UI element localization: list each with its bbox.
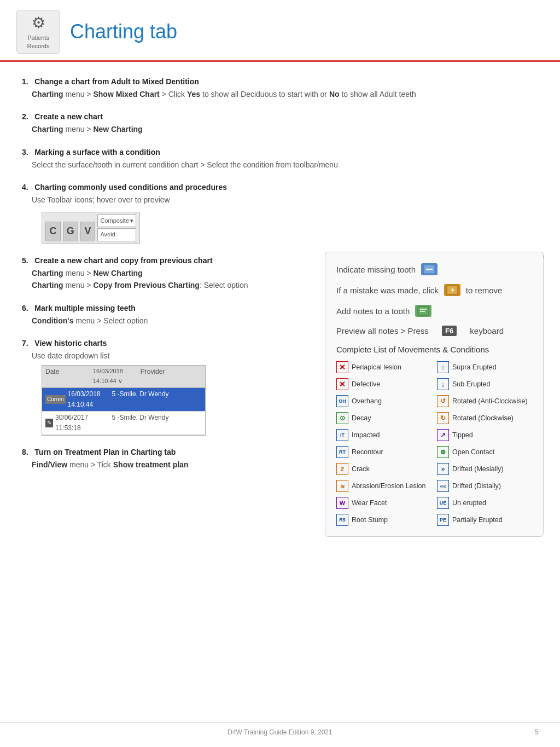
missing-tooth-label: Indicate missing tooth: [336, 265, 416, 274]
cond-icon-sub: ↓: [437, 378, 449, 390]
cond-periapical: ✕ Periapical lesion: [336, 360, 431, 375]
row2-provider: 5 -Smile, Dr Wendy: [109, 412, 205, 435]
charting-menu-2: Charting: [32, 125, 63, 134]
composite-label: Composite: [100, 216, 129, 226]
notes-row: Add notes to a tooth: [336, 305, 532, 317]
list-item-4-body: Use Toolbar icons; hover over to preview…: [22, 194, 538, 244]
list-item-1-number: 1.: [22, 77, 28, 86]
cond-abrasion: ≋ Abrasion/Erosion Lesion: [336, 478, 431, 494]
cond-label-drifted-d: Drifted (Distally): [452, 482, 501, 490]
cond-defective: ✕ Defective: [336, 377, 431, 392]
mistake-icon: ✦: [444, 284, 460, 296]
cond-icon-drifted-m: »: [437, 463, 449, 475]
notes-label: Add notes to a tooth: [336, 306, 410, 316]
date-table-header: Date 16/03/2018 14:10:44 ∨ Provider: [42, 366, 205, 387]
mistake-label: If a mistake was made, click: [336, 286, 439, 295]
cond-root-stump: R5 Root Stump: [336, 512, 431, 528]
list-item-3-header: 3. Marking a surface with a condition: [22, 148, 538, 157]
cond-icon-open-contact: ⊕: [437, 446, 449, 458]
list-item-2-body: Charting menu > New Charting: [22, 123, 538, 135]
cond-label-wear-facet: Wear Facet: [352, 499, 387, 507]
cond-drifted-m: » Drifted (Mesially): [437, 461, 532, 477]
cond-drifted-d: «« Drifted (Distally): [437, 478, 532, 494]
new-charting-link: New Charting: [93, 125, 142, 134]
cond-label-open-contact: Open Contact: [452, 448, 494, 456]
list-item-1-body: Charting menu > Show Mixed Chart > Click…: [22, 88, 538, 100]
charting-menu-5b: Charting: [32, 281, 63, 289]
list-item-4-header: 4. Charting commonly used conditions and…: [22, 183, 538, 192]
list-item-7-heading: View historic charts: [34, 339, 107, 348]
cond-label-crack: Crack: [352, 465, 370, 473]
cond-label-drifted-m: Drifted (Mesially): [452, 465, 504, 473]
cond-overhang: OH Overhang: [336, 393, 431, 409]
cond-label-root-stump: Root Stump: [352, 516, 388, 524]
list-item-4: 4. Charting commonly used conditions and…: [22, 183, 538, 244]
cond-icon-wear-facet: W: [336, 497, 348, 509]
dropdown-arrow: ▾: [130, 216, 133, 226]
cond-icon-un-erupted: UE: [437, 497, 449, 509]
list-item-4-number: 4.: [22, 183, 28, 192]
keyboard-label: keyboard: [470, 326, 504, 335]
cond-icon-overhang: OH: [336, 395, 348, 407]
list-item-3-number: 3.: [22, 148, 28, 157]
cond-un-erupted: UE Un erupted: [437, 495, 532, 511]
cond-icon-defective: ✕: [336, 378, 348, 390]
col-date: Date: [42, 366, 90, 387]
notes-icon: [415, 305, 431, 317]
find-view-menu: Find/View: [32, 460, 67, 469]
logo-box: ⚙ Patients Records: [16, 10, 60, 54]
table-row-1[interactable]: Curren 16/03/2018 14:10:44 5 -Smile, Dr …: [42, 388, 205, 412]
copy-previous-charting: Copy from Previous Charting: [93, 281, 199, 289]
cond-icon-drifted-d: ««: [437, 480, 449, 492]
list-item-1: 1. Change a chart from Adult to Mixed De…: [22, 77, 538, 100]
list-item-3: 3. Marking a surface with a condition Se…: [22, 148, 538, 171]
right-panel: Indicate missing tooth If a mistake was …: [325, 252, 544, 537]
conditions-title: Complete List of Movements & Conditions: [336, 345, 532, 354]
cond-icon-decay: ⊙: [336, 412, 348, 424]
list-item-3-heading: Marking a surface with a condition: [34, 148, 160, 157]
table-row-2[interactable]: ✎ 30/06/2017 11:53:18 5 -Smile, Dr Wendy: [42, 412, 205, 435]
toolbar-dropdown-composite[interactable]: Composite ▾: [97, 215, 136, 228]
toolbar-dropdown-avoid[interactable]: Avoid: [97, 228, 136, 241]
cond-tipped: ↗ Tipped: [437, 427, 532, 443]
list-item-2-number: 2.: [22, 112, 28, 121]
list-item-8-heading: Turn on Treatment Plan in Charting tab: [34, 448, 176, 456]
charting-menu-1: Charting: [32, 90, 63, 99]
row2-date: 30/06/2017 11:53:18: [55, 413, 106, 433]
show-mixed-chart-link: Show Mixed Chart: [93, 90, 159, 99]
cond-decay: ⊙ Decay: [336, 410, 431, 426]
list-item-2: 2. Create a new chart Charting menu > Ne…: [22, 112, 538, 135]
svg-text:✦: ✦: [450, 287, 454, 293]
page-title: Charting tab: [70, 20, 177, 43]
current-badge: Curren: [45, 395, 66, 404]
cond-label-defective: Defective: [352, 380, 380, 388]
no-option: No: [329, 90, 340, 99]
yes-option: Yes: [187, 90, 200, 99]
cond-label-impacted: Impacted: [352, 431, 380, 439]
missing-tooth-row: Indicate missing tooth: [336, 263, 532, 275]
list-item-2-header: 2. Create a new chart: [22, 112, 538, 121]
cond-label-tipped: Tipped: [452, 431, 473, 439]
toolbar-icon-g: G: [63, 222, 78, 241]
cond-open-contact: ⊕ Open Contact: [437, 444, 532, 460]
col-date-input[interactable]: 16/03/2018 14:10:44 ∨: [90, 366, 137, 387]
cond-label-partially-erupted: Partially Erupted: [452, 516, 503, 524]
cond-icon-root-stump: R5: [336, 514, 348, 526]
cond-label-sub: Sub Erupted: [452, 380, 491, 388]
cond-label-recontour: Recontour: [352, 448, 383, 456]
avoid-label: Avoid: [100, 230, 115, 240]
list-item-5-heading: Create a new chart and copy from previou…: [34, 256, 212, 265]
logo-text: Patients Records: [17, 34, 60, 50]
list-item-1-heading: Change a chart from Adult to Mixed Denti…: [34, 77, 199, 86]
f6-badge: F6: [442, 326, 457, 336]
toolbar-icon-v: V: [80, 222, 96, 241]
conditions-menu: Condition's: [32, 316, 73, 325]
cond-icon-partially-erupted: PE: [437, 514, 449, 526]
cond-icon-crack: z: [336, 463, 348, 475]
cond-supra: ↑ Supra Erupted: [437, 360, 532, 375]
list-item-8-number: 8.: [22, 448, 28, 456]
footer: D4W Training Guide Edition 9, 2021 5: [0, 722, 560, 736]
cond-crack: z Crack: [336, 461, 431, 477]
toolbar-mock: C G V Composite ▾ Avoid: [42, 212, 140, 244]
cond-wear-facet: W Wear Facet: [336, 495, 431, 511]
